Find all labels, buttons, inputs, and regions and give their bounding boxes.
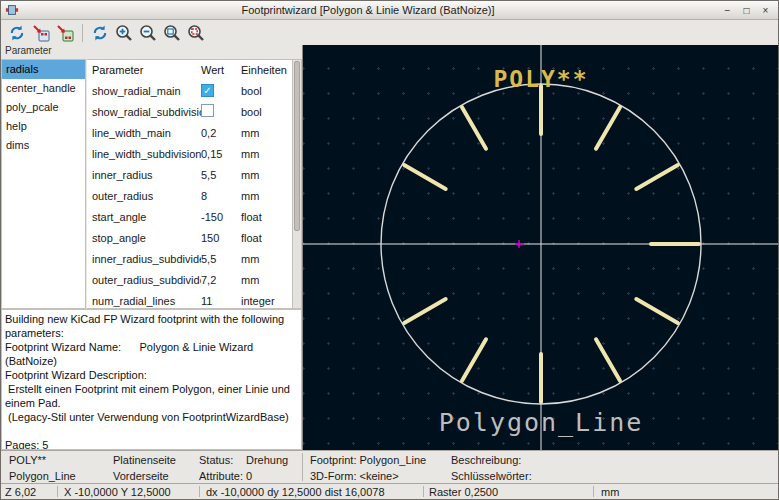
page-item-dims[interactable]: dims — [2, 136, 85, 155]
param-value[interactable]: 5,5 — [201, 253, 241, 265]
param-row[interactable]: outer_radius_subdivider7,2mm — [87, 269, 292, 290]
param-name: num_radial_lines — [87, 295, 201, 307]
param-value[interactable]: 0,15 — [201, 148, 241, 160]
zoom-selection-button[interactable] — [184, 22, 208, 44]
radial-tick — [596, 107, 620, 149]
status-separator — [302, 453, 303, 481]
footprint-name-text: Polygon_Line — [439, 408, 644, 437]
param-row[interactable]: show_radial_main✓bool — [87, 80, 292, 101]
param-value[interactable]: 0,2 — [201, 127, 241, 139]
param-value[interactable]: 11 — [201, 295, 241, 307]
page-item-center_handle[interactable]: center_handle — [2, 79, 85, 98]
param-row[interactable]: stop_angle150float — [87, 227, 292, 248]
param-unit: mm — [241, 169, 289, 181]
param-name: show_radial_subdivision — [87, 106, 201, 118]
zoom-fit-button[interactable] — [160, 22, 184, 44]
export-footprint-button[interactable] — [29, 22, 53, 44]
zoom-in-icon — [114, 23, 134, 43]
parameter-pane-caption: Parameter — [1, 45, 302, 59]
radial-tick — [636, 165, 678, 189]
zoom-fit-icon — [162, 23, 182, 43]
zoom-in-button[interactable] — [112, 22, 136, 44]
param-unit: bool — [241, 106, 289, 118]
parameter-table: ParameterWertEinheiten show_radial_main✓… — [87, 59, 292, 309]
scrollbar-thumb[interactable] — [294, 61, 300, 231]
radial-tick — [462, 339, 486, 381]
coord-separator — [57, 486, 58, 497]
param-row[interactable]: line_width_subdivision0,15mm — [87, 143, 292, 164]
coord-separator — [423, 486, 424, 497]
param-checkbox[interactable]: ✓ — [201, 84, 214, 97]
canvas-title-text: POLY** — [493, 66, 588, 92]
window-title: Footprintwizard [Polygon & Linie Wizard … — [19, 4, 717, 16]
maximize-button[interactable]: □ — [738, 3, 755, 18]
status-name: Polygon_Line — [9, 470, 76, 482]
param-name: outer_radius — [87, 190, 201, 202]
radial-tick — [596, 339, 620, 381]
param-value[interactable]: ✓ — [201, 84, 241, 97]
radial-tick — [636, 299, 678, 323]
param-checkbox[interactable] — [201, 104, 214, 117]
radial-tick — [462, 107, 486, 149]
refresh-icon — [7, 23, 27, 43]
status-side-value: Vorderseite — [113, 470, 169, 482]
param-row[interactable]: inner_radius_subdivider5,5mm — [87, 248, 292, 269]
close-button[interactable]: × — [757, 3, 774, 18]
page-item-help[interactable]: help — [2, 117, 85, 136]
param-row[interactable]: start_angle-150float — [87, 206, 292, 227]
redraw-icon — [90, 23, 110, 43]
radial-tick — [404, 165, 446, 189]
anchor-marker — [515, 240, 524, 248]
redraw-view-button[interactable] — [88, 22, 112, 44]
coordinates-bar: Z 6,02 X -10,0000 Y 12,5000 dx -10,0000 … — [1, 483, 778, 499]
zoom-out-icon — [138, 23, 158, 43]
param-value[interactable]: -150 — [201, 211, 241, 223]
param-value[interactable]: 7,2 — [201, 274, 241, 286]
param-value[interactable]: 8 — [201, 190, 241, 202]
param-row[interactable]: num_radial_lines11integer — [87, 290, 292, 309]
param-name: show_radial_main — [87, 85, 201, 97]
zoom-out-button[interactable] — [136, 22, 160, 44]
coord-separator — [593, 486, 594, 497]
status-footprint: Footprint: Polygon_Line — [310, 454, 426, 466]
toolbar-separator — [82, 24, 83, 42]
column-header: Parameter — [87, 64, 201, 76]
param-value[interactable] — [201, 104, 241, 119]
status-status-label: Status: — [199, 454, 233, 466]
param-name: inner_radius — [87, 169, 201, 181]
param-name: outer_radius_subdivider — [87, 274, 201, 286]
param-value[interactable]: 5,5 — [201, 169, 241, 181]
export-footprint-icon — [31, 23, 51, 43]
param-unit: mm — [241, 190, 289, 202]
param-unit: mm — [241, 274, 289, 286]
param-unit: float — [241, 232, 289, 244]
insert-footprint-board-button[interactable] — [53, 22, 77, 44]
param-unit: bool — [241, 85, 289, 97]
titlebar: Footprintwizard [Polygon & Linie Wizard … — [1, 1, 778, 20]
wizard-message-box: Building new KiCad FP Wizard footprint w… — [1, 309, 302, 450]
param-unit: mm — [241, 127, 289, 139]
insert-footprint-board-icon — [55, 23, 75, 43]
param-row[interactable]: show_radial_subdivisionbool — [87, 101, 292, 122]
param-row[interactable]: line_width_main0,2mm — [87, 122, 292, 143]
param-unit: mm — [241, 253, 289, 265]
reload-footprint-button[interactable] — [5, 22, 29, 44]
status-3d-shape: 3D-Form: <keine> — [310, 470, 399, 482]
footprint-wizard-window: Footprintwizard [Polygon & Linie Wizard … — [0, 0, 779, 500]
param-value[interactable]: 150 — [201, 232, 241, 244]
page-item-poly_pcale[interactable]: poly_pcale — [2, 98, 85, 117]
zoom-level: Z 6,02 — [5, 486, 36, 498]
table-scrollbar[interactable] — [292, 59, 302, 309]
app-icon — [5, 3, 19, 17]
coord-separator — [199, 486, 200, 497]
wizard-pages-list: radialscenter_handlepoly_pcalehelpdims — [1, 59, 86, 309]
pcb-canvas[interactable]: POLY** Polygon_Line — [302, 45, 778, 450]
param-row[interactable]: outer_radius8mm — [87, 185, 292, 206]
zoom-selection-icon — [186, 23, 206, 43]
param-unit: mm — [241, 148, 289, 160]
radial-tick — [404, 299, 446, 323]
minimize-button[interactable]: − — [719, 3, 736, 18]
param-name: stop_angle — [87, 232, 201, 244]
param-row[interactable]: inner_radius5,5mm — [87, 164, 292, 185]
page-item-radials[interactable]: radials — [2, 60, 85, 79]
